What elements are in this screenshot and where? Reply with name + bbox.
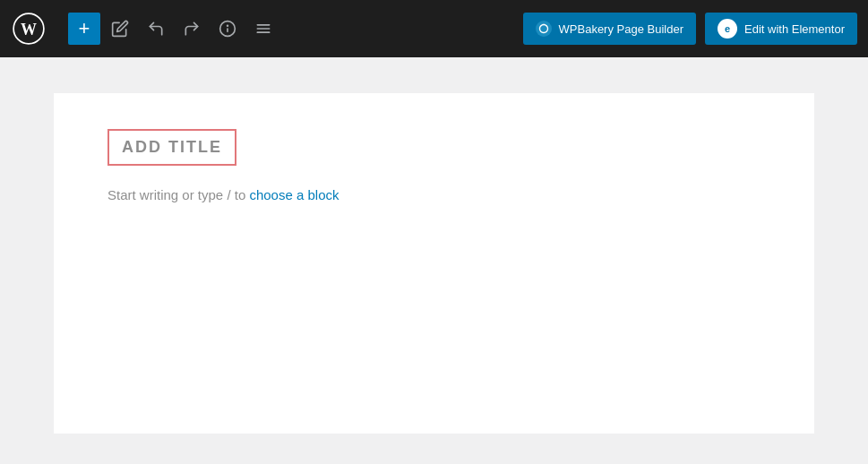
svg-rect-7 bbox=[257, 31, 271, 33]
elementor-button[interactable]: e Edit with Elementor bbox=[705, 13, 857, 45]
elementor-icon: e bbox=[718, 19, 737, 39]
wpbakery-button[interactable]: WPBakery Page Builder bbox=[523, 13, 696, 45]
toolbar-left: + bbox=[68, 13, 520, 45]
edit-button[interactable] bbox=[104, 13, 136, 45]
elementor-label: Edit with Elementor bbox=[744, 22, 845, 36]
choose-block-link[interactable]: choose a block bbox=[249, 187, 339, 202]
info-button[interactable] bbox=[211, 13, 244, 45]
main-content: ADD TITLE Start writing or type / to cho… bbox=[0, 57, 868, 464]
title-field[interactable]: ADD TITLE bbox=[107, 129, 236, 166]
wp-logo[interactable]: W bbox=[0, 0, 57, 57]
wpbakery-label: WPBakery Page Builder bbox=[559, 22, 683, 36]
title-placeholder: ADD TITLE bbox=[122, 138, 222, 156]
svg-rect-5 bbox=[257, 24, 271, 26]
svg-rect-6 bbox=[257, 28, 271, 30]
redo-button[interactable] bbox=[176, 13, 208, 45]
content-placeholder[interactable]: Start writing or type / to choose a bloc… bbox=[107, 187, 761, 202]
toolbar: W + bbox=[0, 0, 868, 57]
editor-area: ADD TITLE Start writing or type / to cho… bbox=[54, 93, 814, 434]
add-block-button[interactable]: + bbox=[68, 13, 100, 45]
toolbar-right: WPBakery Page Builder e Edit with Elemen… bbox=[523, 13, 857, 45]
undo-button[interactable] bbox=[140, 13, 172, 45]
more-options-button[interactable] bbox=[247, 13, 279, 45]
wpbakery-icon bbox=[536, 21, 552, 37]
svg-text:W: W bbox=[21, 21, 37, 39]
